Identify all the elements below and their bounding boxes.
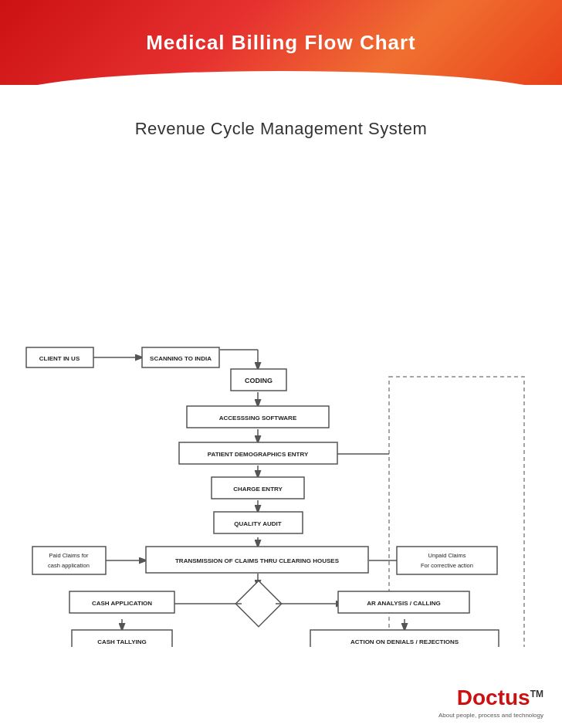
page-title: Medical Billing Flow Chart [146,31,416,55]
svg-rect-45 [397,547,497,574]
footer-tagline: About people, process and technology [438,712,543,719]
svg-text:For corrective action: For corrective action [421,562,473,569]
svg-text:CLIENT IN US: CLIENT IN US [39,355,80,362]
trademark: TM [530,689,543,699]
svg-text:CASH TALLYING: CASH TALLYING [97,638,147,645]
svg-text:Paid Claims for: Paid Claims for [49,552,89,559]
svg-rect-40 [32,547,106,574]
flowchart: CLIENT IN US SCANNING TO INDIA CODING AC… [11,153,551,647]
svg-rect-10 [235,581,281,626]
svg-text:PATIENT DEMOGRAPHICS ENTRY: PATIENT DEMOGRAPHICS ENTRY [208,451,309,458]
svg-text:ACTION ON DENIALS / REJECTIONS: ACTION ON DENIALS / REJECTIONS [350,638,459,645]
subtitle: Revenue Cycle Management System [135,119,428,138]
svg-text:TRANSMISSION OF CLAIMS THRU CL: TRANSMISSION OF CLAIMS THRU CLEARING HOU… [175,557,340,564]
svg-text:ACCESSSING SOFTWARE: ACCESSSING SOFTWARE [219,415,297,422]
svg-text:CHARGE ENTRY: CHARGE ENTRY [233,486,283,493]
footer: DoctusTM About people, process and techn… [438,686,543,719]
svg-text:CASH APPLICATION: CASH APPLICATION [92,600,152,607]
svg-text:QUALITY AUDIT: QUALITY AUDIT [234,520,281,527]
svg-text:SCANNING TO INDIA: SCANNING TO INDIA [150,355,212,362]
header: Medical Billing Flow Chart [0,0,562,85]
svg-text:cash application: cash application [48,562,90,569]
svg-text:CODING: CODING [245,377,273,384]
brand-logo: DoctusTM [438,686,543,710]
svg-text:AR ANALYSIS / CALLING: AR ANALYSIS / CALLING [367,600,440,607]
svg-text:Unpaid Claims: Unpaid Claims [428,552,466,559]
